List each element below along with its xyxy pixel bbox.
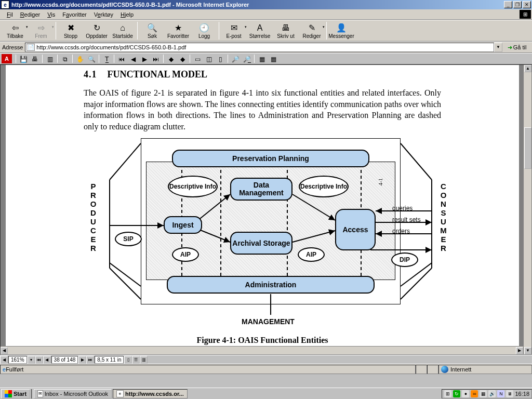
ext2-icon[interactable]: ▦ <box>268 54 279 63</box>
pdf-page: 4.1FUNCTIONAL MODEL The OAIS of figure 2… <box>6 65 519 350</box>
preservation-planning-node: Preservation Planning <box>172 150 369 167</box>
minimize-button[interactable]: _ <box>504 1 512 8</box>
edit-button[interactable]: ✎Rediger▾ <box>299 21 325 41</box>
menu-rediger[interactable]: Rediger <box>17 10 44 19</box>
menu-hjelp[interactable]: Hjelp <box>117 10 137 19</box>
print-button[interactable]: 🖶Skriv ut <box>273 21 299 41</box>
history-button[interactable]: 🕘Logg <box>191 21 217 41</box>
prev-page-btn[interactable]: ◀ <box>43 356 51 364</box>
clock: 16:18 <box>515 391 529 397</box>
ext1-icon[interactable]: ▦ <box>256 54 268 63</box>
section-heading: 4.1FUNCTIONAL MODEL <box>84 69 441 80</box>
management-label: MANAGEMENT <box>242 317 295 326</box>
messenger-button[interactable]: 👤Messenger <box>328 21 354 41</box>
back-button[interactable]: ⇦Tilbake▾ <box>2 21 28 41</box>
forward-button[interactable]: ⇨Frem▾ <box>28 21 54 41</box>
toolbar-separator <box>326 22 327 39</box>
toolbar-separator <box>56 22 56 39</box>
pdf-page-icon: 📄 <box>26 44 35 51</box>
ie-status-bar: e Fullført Internett <box>0 364 532 374</box>
first-page-btn[interactable]: ⏮ <box>35 356 43 364</box>
find-icon[interactable]: 🔎 <box>230 54 241 63</box>
task-outlook[interactable]: ✉ Inbox - Microsoft Outlook <box>34 389 112 398</box>
system-tray[interactable]: ⊞ ↻ ● ∞ ▦ 🔊 N 🖥 16:18 <box>442 389 532 398</box>
go-button[interactable]: ➜Gå til <box>504 43 530 52</box>
adobe-logo-icon: A <box>2 54 12 63</box>
tray-icon[interactable]: 🖥 <box>506 390 513 397</box>
save-icon[interactable]: 💾 <box>18 54 29 63</box>
menu-vis[interactable]: Vis <box>44 10 59 19</box>
acrobat-status-bar: ◀ 161% ▾ ⏮ ◀ 38 of 148 ▶ ⏭ 8,5 x 11 in ▯… <box>0 355 532 364</box>
next-page-btn[interactable]: ▶ <box>78 356 86 364</box>
menu-favoritter[interactable]: Favoritter <box>59 10 90 19</box>
refresh-button[interactable]: ↻Oppdater <box>84 21 110 41</box>
queries-label: queries <box>392 205 413 212</box>
address-dropdown-button[interactable]: ▼ <box>494 43 502 52</box>
tray-icon[interactable]: ⊞ <box>444 390 451 397</box>
figure-caption: Figure 4-1: OAIS Functional Entities <box>84 336 441 345</box>
first-page-icon[interactable]: ⏮ <box>116 54 127 63</box>
pdf-viewport: 4.1FUNCTIONAL MODEL The OAIS of figure 2… <box>0 64 532 355</box>
restore-button[interactable]: ❐ <box>513 1 522 8</box>
svg-line-3 <box>198 194 230 220</box>
last-page-btn[interactable]: ⏭ <box>86 356 94 364</box>
scroll-right-icon[interactable]: ▶ <box>516 347 523 354</box>
app-icon: e <box>1 1 9 9</box>
vertical-scrollbar[interactable]: ▲ ▼ <box>523 65 531 354</box>
fit-width-icon[interactable]: ▯ <box>215 54 226 63</box>
address-label: Adresse <box>2 44 23 50</box>
ie-icon: e <box>116 390 124 397</box>
scroll-down-icon[interactable]: ▼ <box>524 347 531 354</box>
hand-tool-icon[interactable]: ✋ <box>74 54 86 63</box>
tray-icon[interactable]: ∞ <box>471 390 478 397</box>
actual-size-icon[interactable]: ▭ <box>192 54 203 63</box>
zoom-tool-icon[interactable]: 🔍 <box>86 54 97 63</box>
address-input[interactable]: 📄 http://www.ccsds.org/documents/pdf/CCS… <box>25 43 494 52</box>
menu-verktoy[interactable]: Verktøy <box>90 10 117 19</box>
layout-cont-icon[interactable]: ☰ <box>132 356 140 364</box>
scroll-left-icon[interactable]: ◀ <box>1 347 8 354</box>
layout-single-icon[interactable]: ▯ <box>124 356 132 364</box>
layout-facing-icon[interactable]: ▥ <box>140 356 148 364</box>
status-cell <box>416 365 427 374</box>
tray-volume-icon[interactable]: 🔊 <box>488 390 496 397</box>
page-mark: 4-1 <box>377 178 383 186</box>
size-button[interactable]: AStørrelse <box>247 21 273 41</box>
menu-fil[interactable]: Fil <box>3 10 17 19</box>
search-button[interactable]: 🔍Søk <box>139 21 165 41</box>
tray-icon[interactable]: ▦ <box>480 390 487 397</box>
address-bar: Adresse 📄 http://www.ccsds.org/documents… <box>0 42 532 53</box>
administration-node: Administration <box>167 276 375 294</box>
search-pane-icon[interactable]: 🔎̲ <box>241 54 252 63</box>
scroll-up-icon[interactable]: ▲ <box>524 65 531 72</box>
fit-page-icon[interactable]: ◫ <box>203 54 215 63</box>
task-ie[interactable]: e http://www.ccsds.or... <box>113 389 188 398</box>
zoom-display[interactable]: 161% <box>8 356 27 364</box>
producer-label: PRODUCER <box>89 182 98 252</box>
status-cell <box>427 365 438 374</box>
prev-view-icon[interactable]: ◆ <box>165 54 177 63</box>
last-page-icon[interactable]: ⏭ <box>150 54 162 63</box>
favorites-button[interactable]: ★Favoritter <box>165 21 191 41</box>
page-display[interactable]: 38 of 148 <box>51 356 78 364</box>
tray-icon[interactable]: ↻ <box>453 390 460 397</box>
show-pane-icon[interactable]: ▥ <box>44 54 56 63</box>
scroll-left-btn[interactable]: ◀ <box>0 356 8 364</box>
start-button[interactable]: Start <box>1 389 30 398</box>
copy-icon[interactable]: ⧉ <box>59 54 71 63</box>
prev-page-icon[interactable]: ◀ <box>127 54 139 63</box>
zoom-dd-icon[interactable]: ▾ <box>28 356 35 364</box>
ingest-node: Ingest <box>164 216 202 234</box>
tray-icon[interactable]: ● <box>462 390 469 397</box>
stop-button[interactable]: ✖Stopp <box>58 21 84 41</box>
print-icon[interactable]: 🖶 <box>29 54 41 63</box>
next-view-icon[interactable]: ◆ <box>177 54 188 63</box>
tray-icon[interactable]: N <box>497 390 504 397</box>
text-select-icon[interactable]: T̲ <box>101 54 112 63</box>
close-button[interactable]: ✕ <box>523 1 531 8</box>
next-page-icon[interactable]: ▶ <box>139 54 150 63</box>
horizontal-scrollbar[interactable]: ◀ ▶ <box>1 346 523 354</box>
scroll-thumb[interactable] <box>524 127 531 169</box>
mail-button[interactable]: ✉E-post▾ <box>221 21 247 41</box>
home-button[interactable]: ⌂Startside <box>110 21 136 41</box>
